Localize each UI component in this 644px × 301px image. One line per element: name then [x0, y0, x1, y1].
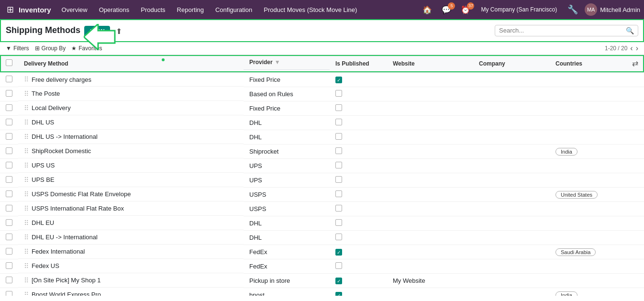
- row-delivery-method[interactable]: ⠿UPS BE: [18, 173, 244, 187]
- row-is-published[interactable]: [330, 159, 387, 173]
- row-checkbox[interactable]: [6, 234, 12, 240]
- activity-icon-btn[interactable]: ⏰ 37: [458, 3, 473, 16]
- row-checkbox[interactable]: [6, 76, 12, 82]
- prev-page-button[interactable]: ‹: [630, 44, 633, 53]
- row-checkbox[interactable]: [6, 248, 12, 255]
- row-is-published[interactable]: [330, 288, 387, 296]
- row-checkbox-cell[interactable]: [0, 288, 18, 296]
- row-settings-cell: [626, 101, 644, 116]
- row-checkbox[interactable]: [6, 162, 12, 168]
- user-menu[interactable]: MA Mitchell Admin: [585, 3, 640, 16]
- row-is-published[interactable]: [330, 216, 387, 231]
- row-delivery-method[interactable]: ⠿DHL US -> International: [18, 130, 244, 144]
- row-delivery-method[interactable]: ⠿Fedex US: [18, 259, 244, 273]
- row-is-published[interactable]: [330, 116, 387, 130]
- filters-button[interactable]: ▼ Filters: [6, 45, 29, 52]
- row-delivery-method[interactable]: ⠿[On Site Pick] My Shop 1: [18, 274, 244, 288]
- row-checkbox[interactable]: [6, 291, 12, 296]
- row-checkbox[interactable]: [6, 277, 12, 283]
- header-website[interactable]: Website: [387, 55, 473, 72]
- header-company[interactable]: Company: [473, 55, 550, 72]
- upload-button[interactable]: ⬆: [114, 25, 124, 38]
- row-checkbox-cell[interactable]: [0, 173, 18, 188]
- header-is-published[interactable]: Is Published: [330, 55, 387, 72]
- row-checkbox-cell[interactable]: [0, 116, 18, 130]
- row-checkbox[interactable]: [6, 205, 12, 212]
- search-input[interactable]: [499, 27, 626, 34]
- row-checkbox-cell[interactable]: [0, 216, 18, 231]
- row-delivery-method[interactable]: ⠿USPS Domestic Flat Rate Envelope: [18, 188, 244, 201]
- row-delivery-method[interactable]: ⠿Fedex International: [18, 245, 244, 259]
- row-checkbox-cell[interactable]: [0, 274, 18, 288]
- row-delivery-method[interactable]: ⠿Free delivery charges: [18, 73, 244, 87]
- row-checkbox-cell[interactable]: [0, 130, 18, 145]
- row-delivery-method[interactable]: ⠿DHL EU: [18, 216, 244, 230]
- header-delivery-method[interactable]: Delivery Method: [18, 55, 244, 72]
- row-is-published[interactable]: [330, 130, 387, 145]
- row-is-published[interactable]: [330, 202, 387, 216]
- row-settings-cell: [626, 288, 644, 296]
- tools-icon[interactable]: 🔧: [565, 4, 581, 15]
- published-checkbox-checked: [335, 77, 342, 83]
- row-delivery-method[interactable]: ⠿DHL US: [18, 116, 244, 130]
- nav-product-moves[interactable]: Product Moves (Stock Move Line): [259, 4, 362, 15]
- row-checkbox[interactable]: [6, 190, 12, 197]
- row-checkbox-cell[interactable]: [0, 145, 18, 159]
- row-checkbox-cell[interactable]: [0, 159, 18, 173]
- row-checkbox-cell[interactable]: [0, 245, 18, 259]
- row-settings-cell: [626, 116, 644, 130]
- filter-icon: ▼: [6, 45, 11, 52]
- row-checkbox[interactable]: [6, 262, 12, 269]
- home-icon-btn[interactable]: 🏠: [420, 3, 435, 16]
- row-is-published[interactable]: [330, 173, 387, 188]
- row-checkbox-cell[interactable]: [0, 188, 18, 202]
- header-provider[interactable]: Provider ▼: [244, 55, 330, 70]
- row-checkbox[interactable]: [6, 147, 12, 154]
- row-delivery-method[interactable]: ⠿USPS International Flat Rate Box: [18, 202, 244, 216]
- row-is-published[interactable]: [330, 259, 387, 274]
- group-by-button[interactable]: ⊞ Group By: [35, 45, 66, 52]
- row-delivery-method[interactable]: ⠿DHL EU -> International: [18, 231, 244, 245]
- row-is-published[interactable]: [330, 231, 387, 245]
- nav-overview[interactable]: Overview: [57, 4, 92, 15]
- next-page-button[interactable]: ›: [636, 44, 638, 53]
- row-checkbox[interactable]: [6, 176, 12, 183]
- row-is-published[interactable]: [330, 87, 387, 101]
- row-checkbox-cell[interactable]: [0, 259, 18, 274]
- row-delivery-method[interactable]: ⠿The Poste: [18, 87, 244, 101]
- row-delivery-method[interactable]: ⠿Local Delivery: [18, 101, 244, 115]
- app-grid-icon[interactable]: ⊞: [4, 4, 17, 15]
- row-delivery-method[interactable]: ⠿Bpost World Express Pro: [18, 288, 244, 296]
- chat-icon-btn[interactable]: 💬 5: [439, 3, 454, 16]
- row-countries: [550, 130, 626, 145]
- select-all-checkbox[interactable]: [6, 59, 12, 66]
- nav-products[interactable]: Products: [136, 4, 170, 15]
- new-button[interactable]: NEW: [84, 26, 110, 37]
- row-is-published[interactable]: [330, 72, 387, 87]
- row-is-published[interactable]: [330, 101, 387, 116]
- row-is-published[interactable]: [330, 145, 387, 159]
- row-website: My Website: [387, 274, 473, 288]
- row-checkbox[interactable]: [6, 104, 12, 111]
- row-is-published[interactable]: [330, 274, 387, 288]
- search-button[interactable]: 🔍: [626, 27, 634, 34]
- row-checkbox-cell[interactable]: [0, 101, 18, 116]
- column-settings-button[interactable]: ⇄: [632, 59, 638, 68]
- nav-operations[interactable]: Operations: [94, 4, 134, 15]
- row-checkbox-cell[interactable]: [0, 202, 18, 216]
- row-checkbox[interactable]: [6, 133, 12, 140]
- favorites-button[interactable]: ★ Favorites: [71, 45, 102, 52]
- row-is-published[interactable]: [330, 245, 387, 259]
- row-delivery-method[interactable]: ⠿UPS US: [18, 159, 244, 173]
- row-checkbox-cell[interactable]: [0, 87, 18, 101]
- row-checkbox[interactable]: [6, 119, 12, 125]
- row-checkbox-cell[interactable]: [0, 72, 18, 87]
- row-checkbox[interactable]: [6, 90, 12, 97]
- row-checkbox[interactable]: [6, 219, 12, 226]
- header-countries[interactable]: Countries: [550, 55, 626, 72]
- nav-configuration[interactable]: Configuration: [211, 4, 257, 15]
- row-is-published[interactable]: [330, 188, 387, 202]
- row-checkbox-cell[interactable]: [0, 231, 18, 245]
- nav-reporting[interactable]: Reporting: [172, 4, 209, 15]
- row-delivery-method[interactable]: ⠿ShipRocket Domestic: [18, 145, 244, 158]
